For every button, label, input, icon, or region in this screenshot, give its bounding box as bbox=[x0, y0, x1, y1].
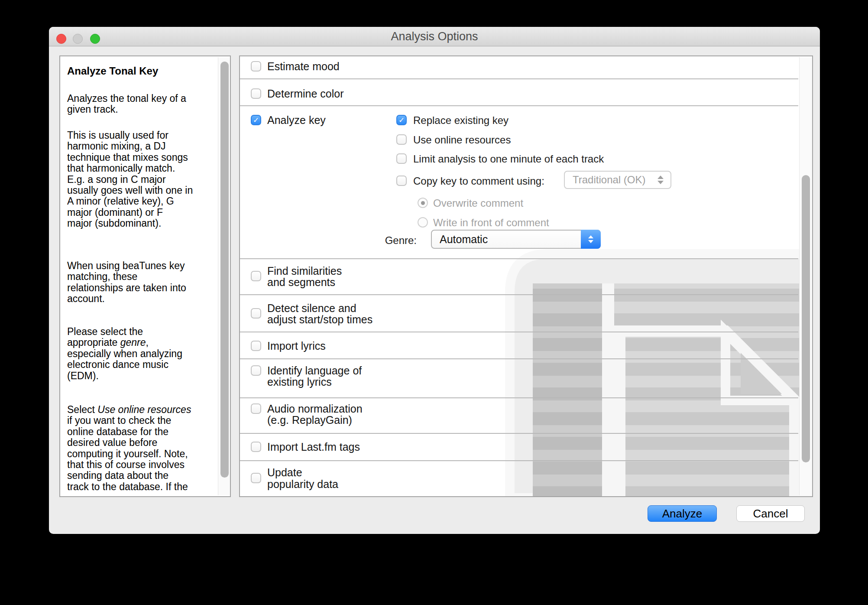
help-paragraph: Select Use online resources if you want … bbox=[67, 404, 218, 492]
checkbox-import-lyrics[interactable]: ✓ bbox=[251, 341, 261, 351]
genre-value: Automatic bbox=[440, 233, 488, 246]
chevron-up-down-icon bbox=[581, 230, 601, 249]
help-paragraph: Please select the appropriate genre, esp… bbox=[67, 326, 218, 381]
checkbox-detect-silence[interactable]: ✓ bbox=[251, 308, 261, 319]
label-overwrite-comment: Overwrite comment bbox=[433, 197, 523, 209]
options-scrollbar-track[interactable] bbox=[799, 57, 813, 495]
analysis-options-dialog: Analysis Options Analyze Tonal Key Analy… bbox=[49, 27, 820, 534]
window-title: Analysis Options bbox=[391, 30, 478, 43]
close-icon[interactable] bbox=[56, 34, 66, 44]
label-find-similarities: Find similarities and segments bbox=[267, 265, 342, 288]
minimize-icon[interactable] bbox=[73, 34, 83, 44]
label-copy-key-to-comment: Copy key to comment using: bbox=[413, 175, 544, 187]
label-determine-color: Determine color bbox=[267, 88, 343, 99]
row-divider bbox=[240, 258, 798, 259]
label-update-popularity: Update popularity data bbox=[267, 467, 338, 490]
help-paragraph: This is usually used for harmonic mixing… bbox=[67, 130, 218, 229]
key-format-value: Traditional (OK) bbox=[573, 174, 646, 186]
label-analyze-key: Analyze key bbox=[267, 114, 326, 126]
options-panel: ✓ Estimate mood ✓ Determine color ✓ Anal… bbox=[239, 55, 813, 497]
row-divider bbox=[240, 433, 798, 434]
label-detect-silence: Detect silence and adjust start/stop tim… bbox=[267, 302, 372, 325]
checkbox-analyze-key[interactable]: ✓ bbox=[251, 115, 261, 125]
genre-label: Genre: bbox=[383, 234, 417, 247]
radio-overwrite-comment[interactable] bbox=[418, 198, 428, 208]
row-divider bbox=[240, 332, 798, 332]
zoom-icon[interactable] bbox=[90, 34, 100, 44]
checkbox-estimate-mood[interactable]: ✓ bbox=[251, 61, 261, 72]
screen: Analysis Options Analyze Tonal Key Analy… bbox=[0, 0, 868, 605]
label-import-lyrics: Import lyrics bbox=[267, 340, 326, 351]
help-paragraph: When using beaTunes key matching, these … bbox=[67, 260, 218, 305]
checkbox-use-online-resources[interactable]: ✓ bbox=[396, 134, 407, 145]
checkbox-replace-existing-key[interactable]: ✓ bbox=[396, 115, 407, 125]
help-paragraph: Analyzes the tonal key of a given track. bbox=[67, 93, 218, 115]
options-list: ✓ Estimate mood ✓ Determine color ✓ Anal… bbox=[240, 56, 812, 496]
row-divider bbox=[240, 105, 798, 106]
checkbox-copy-key-to-comment[interactable]: ✓ bbox=[396, 176, 407, 186]
label-limit-analysis: Limit analysis to one minute of each tra… bbox=[413, 153, 604, 165]
checkbox-determine-color[interactable]: ✓ bbox=[251, 88, 261, 99]
title-bar[interactable]: Analysis Options bbox=[49, 27, 820, 46]
radio-write-in-front[interactable] bbox=[418, 217, 428, 228]
options-scrollbar-thumb[interactable] bbox=[802, 175, 810, 462]
label-write-in-front: Write in front of comment bbox=[433, 217, 549, 229]
genre-select[interactable]: Automatic bbox=[431, 230, 601, 249]
row-divider bbox=[240, 460, 798, 461]
checkbox-import-lastfm-tags[interactable]: ✓ bbox=[251, 442, 261, 452]
row-divider bbox=[240, 397, 798, 398]
analyze-button[interactable]: Analyze bbox=[648, 505, 717, 522]
checkbox-audio-normalization[interactable]: ✓ bbox=[251, 403, 261, 414]
label-identify-language: Identify language of existing lyrics bbox=[267, 365, 362, 387]
key-format-select[interactable]: Traditional (OK) bbox=[564, 171, 671, 189]
label-replace-existing-key: Replace existing key bbox=[413, 114, 508, 127]
help-panel: Analyze Tonal Key Analyzes the tonal key… bbox=[59, 55, 231, 497]
help-scrollbar-thumb[interactable] bbox=[220, 62, 229, 478]
label-audio-normalization: Audio normalization (e.g. ReplayGain) bbox=[267, 403, 363, 426]
label-estimate-mood: Estimate mood bbox=[267, 61, 340, 72]
help-scrollbar-track[interactable] bbox=[218, 57, 231, 495]
row-divider bbox=[240, 358, 798, 359]
checkbox-identify-language[interactable]: ✓ bbox=[251, 365, 261, 376]
label-import-lastfm-tags: Import Last.fm tags bbox=[267, 441, 360, 452]
checkbox-update-popularity[interactable]: ✓ bbox=[251, 473, 261, 483]
row-divider bbox=[240, 294, 798, 295]
row-divider bbox=[240, 78, 798, 79]
checkbox-limit-analysis[interactable]: ✓ bbox=[396, 153, 407, 164]
chevron-up-down-icon bbox=[657, 172, 664, 188]
help-heading: Analyze Tonal Key bbox=[67, 65, 158, 77]
label-use-online-resources: Use online resources bbox=[413, 134, 511, 146]
checkbox-find-similarities[interactable]: ✓ bbox=[251, 271, 261, 281]
cancel-button[interactable]: Cancel bbox=[736, 505, 805, 522]
